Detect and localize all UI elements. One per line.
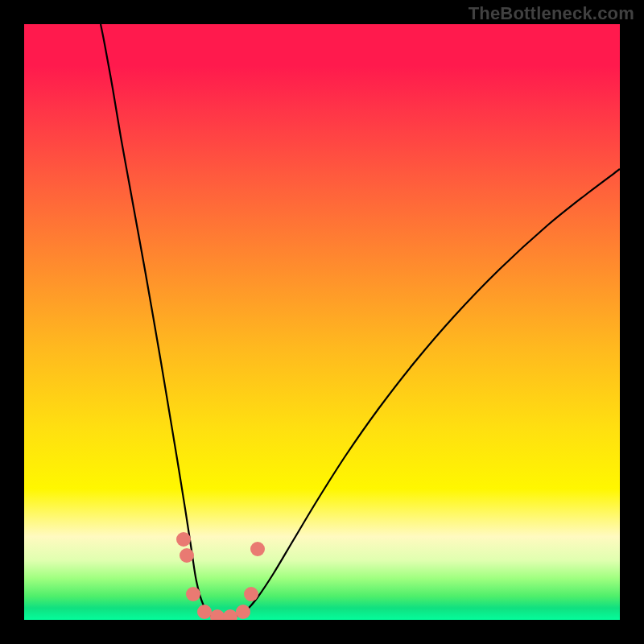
watermark-text: TheBottleneck.com	[469, 3, 634, 24]
marker-dot	[236, 605, 250, 619]
marker-dot	[176, 532, 191, 547]
outer-frame: TheBottleneck.com	[0, 0, 644, 644]
plot-area	[24, 24, 620, 620]
marker-dot	[197, 605, 212, 619]
marker-dot	[186, 587, 200, 601]
marker-dot	[180, 548, 194, 563]
curve-right-curve	[221, 169, 620, 620]
marker-dot	[244, 587, 258, 601]
curve-left-curve	[101, 24, 221, 620]
chart-svg	[24, 24, 620, 620]
marker-dot	[223, 609, 237, 620]
marker-dot	[210, 609, 225, 620]
marker-dot	[250, 542, 265, 556]
